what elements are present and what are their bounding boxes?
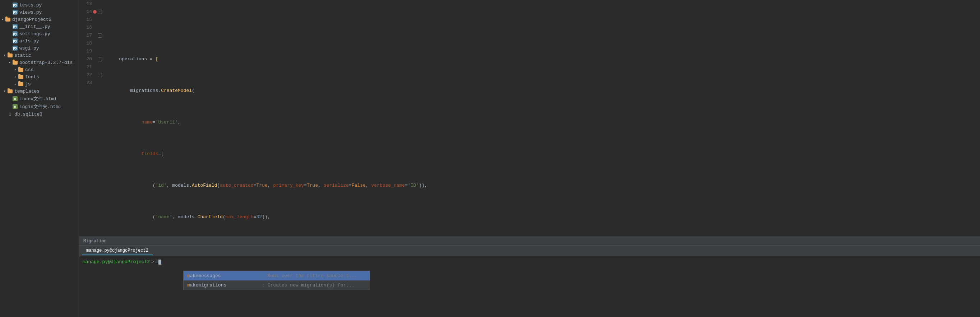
sidebar-label-djangoproject2: djangoProject2 — [12, 17, 51, 22]
terminal-input-line: manage.py@djangoProject2 > m — [83, 259, 977, 265]
sidebar-item-wsgi-py[interactable]: py wsgi.py — [0, 44, 79, 52]
fold-17[interactable]: − — [98, 33, 102, 38]
ac-desc-1: Creates new migration(s) for... — [267, 282, 355, 288]
ac-name-1: makemigrations — [187, 282, 259, 288]
main-area: py tests.py py views.py djangoProject2 — [0, 0, 980, 317]
fold-20[interactable]: − — [98, 57, 102, 62]
code-line-13 — [108, 24, 977, 32]
sidebar-label-js: js — [25, 81, 31, 87]
sidebar-item-js[interactable]: js — [0, 81, 79, 87]
folder-icon — [7, 88, 13, 94]
terminal-prompt: manage.py@djangoProject2 — [83, 259, 150, 265]
sidebar-label-fonts: fonts — [25, 74, 39, 80]
sidebar-label-index-html: index文件.html — [19, 95, 57, 102]
sidebar-item-static[interactable]: static — [0, 52, 79, 59]
fold-22[interactable]: − — [98, 73, 102, 77]
sidebar-label-views-py: views.py — [19, 10, 42, 15]
sidebar-item-templates[interactable]: templates — [0, 87, 79, 95]
terminal-content[interactable]: manage.py@djangoProject2 > m makemessage… — [79, 256, 980, 317]
sidebar-item-css[interactable]: css — [0, 66, 79, 73]
sidebar-label-settings-py: settings.py — [19, 31, 50, 36]
sidebar-label-tests-py: tests.py — [19, 3, 42, 8]
folder-icon — [12, 60, 18, 65]
sidebar-item-fonts[interactable]: fonts — [0, 73, 79, 81]
html-file-icon: H — [12, 104, 18, 109]
py-file-icon: py — [12, 38, 18, 44]
autocomplete-item-1[interactable]: makemigrations : Creates new migration(s… — [184, 281, 370, 290]
code-line-17: fields=[ — [108, 150, 977, 158]
py-file-icon: py — [12, 24, 18, 29]
terminal-prompt-symbol: > — [151, 259, 154, 265]
arrow-css — [13, 68, 18, 72]
py-file-icon: py — [12, 45, 18, 51]
html-file-icon: H — [12, 96, 18, 101]
sidebar-item-init-py[interactable]: py __init__.py — [0, 23, 79, 30]
arrow-bootstrap — [7, 60, 12, 65]
arrow-templates — [2, 89, 7, 94]
sidebar-label-templates: templates — [14, 89, 40, 94]
sidebar: py tests.py py views.py djangoProject2 — [0, 0, 79, 317]
status-label: Migration — [83, 239, 107, 244]
code-line-15: migrations.CreateModel( — [108, 87, 977, 95]
terminal-area: manage.py@djangoProject2 manage.py@djang… — [79, 245, 980, 317]
folder-icon — [18, 81, 24, 87]
sidebar-item-views-py[interactable]: py views.py — [0, 9, 79, 16]
ac-name-0: makemessages — [187, 273, 259, 279]
code-line-16: name='User11', — [108, 119, 977, 126]
code-line-18: ('id', models.AutoField(auto_created=Tru… — [108, 182, 977, 190]
sidebar-item-djangoproject2[interactable]: djangoProject2 — [0, 16, 79, 23]
folder-icon — [18, 74, 24, 80]
sidebar-label-wsgi-py: wsgi.py — [19, 46, 39, 51]
code-line-19: ('name', models.CharField(max_length=32)… — [108, 213, 977, 221]
arrow-djangoproject2 — [0, 17, 5, 22]
arrow-fonts — [13, 74, 18, 79]
sidebar-item-index-html[interactable]: H index文件.html — [0, 95, 79, 103]
code-lines[interactable]: operations = [ migrations.CreateModel( n… — [105, 0, 980, 236]
folder-icon — [7, 52, 13, 58]
py-file-icon: py — [12, 10, 18, 15]
ac-highlight-0: m — [187, 273, 190, 279]
sidebar-item-settings-py[interactable]: py settings.py — [0, 30, 79, 37]
sidebar-label-login-html: login文件夹.html — [19, 103, 61, 110]
terminal-tab-manage[interactable]: manage.py@djangoProject2 — [82, 247, 153, 255]
ac-desc-0: Runs over the entire source t... — [267, 273, 358, 279]
breakpoint-14[interactable] — [93, 10, 97, 14]
terminal-cursor — [158, 260, 161, 265]
sidebar-item-tests-py[interactable]: py tests.py — [0, 2, 79, 9]
sidebar-label-css: css — [25, 67, 33, 73]
code-line-14: operations = [ — [108, 55, 977, 63]
sidebar-item-urls-py[interactable]: py urls.py — [0, 37, 79, 44]
sidebar-label-db-sqlite3: db.sqlite3 — [14, 112, 42, 117]
sidebar-item-login-html[interactable]: H login文件夹.html — [0, 103, 79, 111]
arrow-js — [13, 82, 18, 86]
terminal-input-text[interactable]: m — [156, 259, 158, 265]
ac-highlight-1: m — [187, 282, 190, 288]
sidebar-item-db-sqlite3[interactable]: 🗄 db.sqlite3 — [0, 111, 79, 118]
autocomplete-popup[interactable]: makemessages : Runs over the entire sour… — [183, 271, 370, 290]
sidebar-label-bootstrap: bootstrap-3.3.7-dis — [19, 60, 73, 65]
sidebar-item-bootstrap[interactable]: bootstrap-3.3.7-dis — [0, 59, 79, 66]
fold-14[interactable]: − — [98, 10, 102, 14]
line-numbers: 13 14 − 15 — [79, 0, 105, 236]
autocomplete-item-0[interactable]: makemessages : Runs over the entire sour… — [184, 271, 370, 281]
code-content[interactable]: 13 14 − 15 — [79, 0, 980, 236]
code-editor: 13 14 − 15 — [79, 0, 980, 245]
terminal-tab-label: manage.py@djangoProject2 — [86, 248, 148, 253]
sidebar-label-urls-py: urls.py — [19, 38, 39, 44]
folder-icon — [5, 16, 11, 22]
db-file-icon: 🗄 — [7, 111, 13, 117]
folder-icon — [18, 67, 24, 73]
sidebar-label-static: static — [14, 53, 31, 58]
py-file-icon: py — [12, 31, 18, 36]
terminal-tab-bar: manage.py@djangoProject2 — [79, 246, 980, 256]
py-file-icon: py — [12, 2, 18, 8]
arrow-static — [2, 53, 7, 57]
editor-status-bar: Migration — [79, 236, 980, 245]
sidebar-label-init-py: __init__.py — [19, 24, 50, 29]
